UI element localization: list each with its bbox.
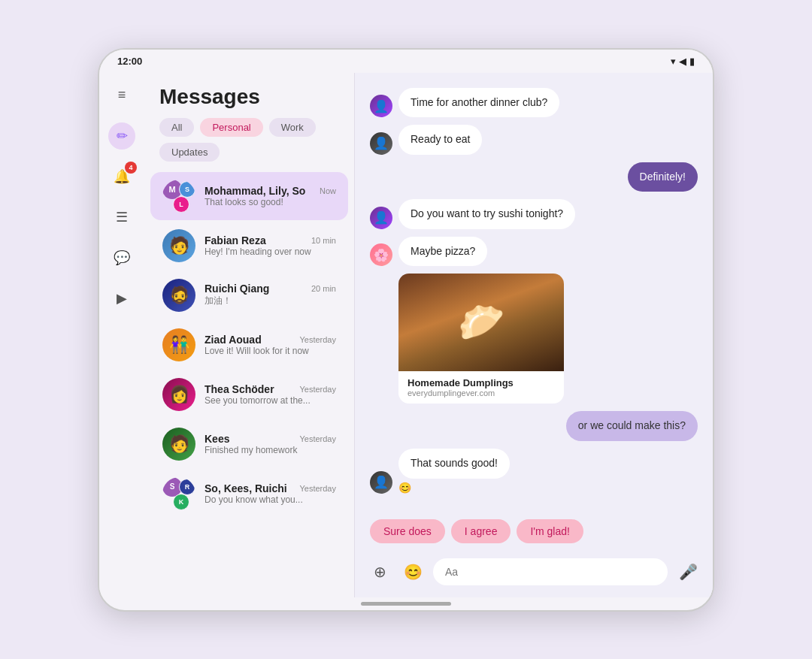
conv-preview-mohammad: That looks so good! [205, 197, 336, 207]
filter-work[interactable]: Work [269, 118, 316, 137]
conv-time-ruichi: 20 min [311, 284, 336, 293]
battery-icon: ▮ [689, 56, 695, 67]
message-avatar: 👤 [370, 95, 392, 117]
quick-replies: Sure does I agree I'm glad! [355, 519, 713, 551]
chat-input-bar: ⊕ 😊 🎤 [355, 551, 713, 597]
conv-item-fabian[interactable]: 🧑 Fabian Reza 10 min Hey! I'm heading ov… [150, 222, 348, 270]
video-icon[interactable]: ▶ [108, 285, 135, 312]
sidebar: ≡ ✏ 🔔 4 ☰ 💬 ▶ [99, 73, 144, 597]
notes-icon[interactable]: ☰ [108, 204, 135, 231]
conv-preview-ruichi: 加油！ [205, 295, 336, 307]
message-bubble-sent: Definitely! [628, 162, 698, 192]
panel-title: Messages [144, 73, 354, 118]
conv-item-thea[interactable]: 👩 Thea Schöder Yesterday See you tomorro… [150, 370, 348, 419]
voice-button[interactable]: 🎤 [675, 559, 701, 585]
message-avatar: 👤 [370, 207, 392, 229]
hamburger-icon[interactable]: ≡ [108, 82, 135, 109]
home-indicator [361, 602, 451, 606]
messages-panel: Messages All Personal Work Updates M L S [144, 73, 355, 597]
message-row: 👤 Do you want to try sushi tonight? [370, 199, 698, 229]
message-row: 👤 That sounds good! 😊 [370, 449, 698, 494]
tablet-frame: 12:00 ▾ ◀ ▮ ≡ ✏ 🔔 4 ☰ 💬 ▶ Messages All P… [98, 48, 714, 612]
conv-preview-thea: See you tomorrow at the... [205, 395, 336, 406]
conv-item-sokees[interactable]: S K R So, Kees, Ruichi Yesterday Do you … [150, 470, 348, 518]
link-card-url: everydumplingever.com [408, 388, 555, 398]
main-content: ≡ ✏ 🔔 4 ☰ 💬 ▶ Messages All Personal Work… [99, 73, 713, 597]
notifications-icon[interactable]: 🔔 4 [108, 163, 135, 190]
emoji-button[interactable]: 😊 [400, 559, 426, 585]
conv-time-kees: Yesterday [299, 434, 336, 443]
conv-avatar-kees: 🧑 [162, 428, 195, 461]
message-avatar: 🌸 [370, 243, 392, 266]
status-icons: ▾ ◀ ▮ [671, 56, 695, 67]
quick-reply-glad[interactable]: I'm glad! [517, 519, 583, 543]
conv-item-ruichi[interactable]: 🧔 Ruichi Qiang 20 min 加油！ [150, 271, 348, 319]
conv-item-ziad[interactable]: 👫 Ziad Aouad Yesterday Love it! Will loo… [150, 321, 348, 369]
chat-icon[interactable]: 💬 [108, 244, 135, 271]
filter-personal[interactable]: Personal [200, 118, 262, 137]
message-avatar: 👤 [370, 132, 392, 155]
add-button[interactable]: ⊕ [367, 559, 392, 585]
notification-badge: 4 [125, 162, 137, 174]
conv-avatar-thea: 👩 [162, 378, 195, 411]
reaction-emoji: 😊 [398, 482, 510, 494]
conv-name-thea: Thea Schöder [205, 383, 274, 395]
conv-name-sokees: So, Kees, Ruichi [205, 482, 287, 494]
conv-info-fabian: Fabian Reza 10 min Hey! I'm heading over… [205, 234, 336, 257]
conv-info-thea: Thea Schöder Yesterday See you tomorrow … [205, 383, 336, 406]
message-row: 👤 Time for another dinner club? [370, 88, 698, 118]
conv-name-ruichi: Ruichi Qiang [205, 283, 269, 295]
conv-preview-kees: Finished my homework [205, 445, 336, 455]
conv-avatar-ruichi: 🧔 [162, 279, 195, 312]
message-bubble-action: or we could make this? [566, 411, 698, 441]
conv-name-ziad: Ziad Aouad [205, 334, 262, 346]
conv-avatar-ziad: 👫 [162, 328, 195, 361]
conv-time-ziad: Yesterday [299, 335, 336, 344]
message-bubble: That sounds good! [398, 449, 510, 479]
quick-reply-sure[interactable]: Sure does [370, 519, 445, 543]
conv-name-mohammad: Mohammad, Lily, So [205, 185, 305, 197]
message-bubble: Ready to eat [398, 125, 482, 155]
conv-time-sokees: Yesterday [299, 484, 336, 493]
message-row: 🌸 Maybe pizza? [370, 237, 698, 267]
compose-icon[interactable]: ✏ [108, 122, 135, 150]
message-row-action: or we could make this? [370, 411, 698, 441]
conv-item-kees[interactable]: 🧑 Kees Yesterday Finished my homework [150, 420, 348, 468]
conv-item-mohammad[interactable]: M L S Mohammad, Lily, So Now That looks … [150, 172, 348, 220]
signal-icon: ◀ [679, 56, 686, 67]
conv-info-sokees: So, Kees, Ruichi Yesterday Do you know w… [205, 482, 336, 505]
conv-name-kees: Kees [205, 433, 229, 445]
conv-info-ziad: Ziad Aouad Yesterday Love it! Will look … [205, 334, 336, 356]
chat-messages: 👤 Time for another dinner club? 👤 Ready … [355, 73, 713, 519]
link-card-image: 🥟 [398, 274, 564, 371]
quick-reply-agree[interactable]: I agree [451, 519, 511, 543]
status-time: 12:00 [117, 56, 142, 67]
message-bubble: Maybe pizza? [398, 237, 487, 267]
message-row-sent: Definitely! [370, 162, 698, 192]
filter-updates[interactable]: Updates [159, 143, 220, 162]
message-avatar: 👤 [370, 471, 392, 494]
conv-preview-sokees: Do you know what you... [205, 494, 336, 505]
message-row: 👤 Ready to eat [370, 125, 698, 155]
message-bubble: Time for another dinner club? [398, 88, 559, 118]
conv-avatar-fabian: 🧑 [162, 229, 195, 262]
conv-avatar-group1: M L S [162, 180, 195, 213]
conv-time-thea: Yesterday [299, 385, 336, 394]
status-bar: 12:00 ▾ ◀ ▮ [99, 50, 713, 73]
conv-preview-ziad: Love it! Will look for it now [205, 346, 336, 356]
conv-info-ruichi: Ruichi Qiang 20 min 加油！ [205, 283, 336, 307]
conversation-list: M L S Mohammad, Lily, So Now That looks … [144, 171, 354, 597]
filter-all[interactable]: All [159, 118, 194, 137]
conv-avatar-group2: S K R [162, 477, 195, 510]
wifi-icon: ▾ [671, 56, 676, 67]
conv-preview-fabian: Hey! I'm heading over now [205, 246, 336, 257]
chat-panel: 👤 Time for another dinner club? 👤 Ready … [355, 73, 713, 597]
link-card-body: Homemade Dumplings everydumplingever.com [398, 371, 564, 404]
link-card-title: Homemade Dumplings [408, 377, 555, 388]
conv-info-mohammad: Mohammad, Lily, So Now That looks so goo… [205, 185, 336, 207]
message-bubble: Do you want to try sushi tonight? [398, 199, 575, 229]
filter-chips: All Personal Work Updates [144, 118, 354, 171]
message-input[interactable] [433, 558, 668, 585]
conv-name-fabian: Fabian Reza [205, 234, 266, 246]
conv-info-kees: Kees Yesterday Finished my homework [205, 433, 336, 455]
